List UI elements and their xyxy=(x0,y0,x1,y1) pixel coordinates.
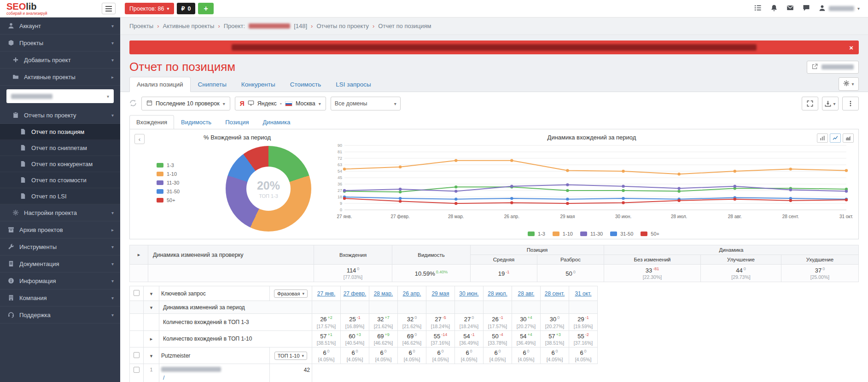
user-menu[interactable]: ▾ xyxy=(819,5,860,13)
sidebar-item[interactable]: Добавить проект▾ xyxy=(0,52,120,69)
breadcrumb-item[interactable]: Активные проекты xyxy=(163,23,215,29)
breadcrumb-item[interactable]: Проект: xyxy=(224,23,245,29)
folder-icon xyxy=(12,74,19,80)
sidebar-item[interactable]: Документация▾ xyxy=(0,255,120,272)
tab[interactable]: Анализ позиций xyxy=(129,77,191,92)
sidebar-item[interactable]: Активные проекты▸ xyxy=(0,69,120,86)
date-column-header[interactable]: 26 апр. xyxy=(398,286,426,301)
mail-button[interactable] xyxy=(786,4,794,13)
keyword-checkbox[interactable] xyxy=(134,352,140,358)
select-all-checkbox[interactable] xyxy=(134,290,140,296)
donut-chart: 20% ТОП 1-3 xyxy=(226,146,311,232)
sidebar-item[interactable]: Отчет по позициям xyxy=(0,124,120,140)
subtab[interactable]: Позиция xyxy=(218,115,256,129)
refresh-button[interactable] xyxy=(129,99,137,108)
date-column-header[interactable]: 29 мая xyxy=(426,286,455,301)
keyword-cell: 60[4.05%] xyxy=(369,347,398,364)
expand-icon[interactable]: ▸ xyxy=(150,336,153,341)
svg-text:36: 36 xyxy=(338,182,342,186)
keyword-cell: 60[4.05%] xyxy=(312,347,341,364)
subtab[interactable]: Вхождения xyxy=(129,115,174,129)
sidebar-item[interactable]: Проекты▾ xyxy=(0,35,120,52)
keyword-cell: 60[4.05%] xyxy=(426,347,455,364)
subtabs-bar: ВхожденияВидимостьПозицияДинамика xyxy=(129,115,859,129)
subtab[interactable]: Динамика xyxy=(256,115,297,129)
report-toolbar: Последние 10 проверок ▾ Я Яндекс - Москв… xyxy=(129,97,859,110)
list-check-button[interactable] xyxy=(754,4,762,13)
match-type-select[interactable]: Фразовая▾ xyxy=(274,289,308,298)
sidebar-item[interactable]: Архив проектов▸ xyxy=(0,221,120,238)
svg-text:54: 54 xyxy=(338,169,342,174)
sidebar-item[interactable]: Отчет по сниппетам xyxy=(0,140,120,156)
sidebar-item[interactable]: Поддержка▾ xyxy=(0,307,120,324)
sidebar-item[interactable]: Информация▾ xyxy=(0,272,120,289)
period-dropdown[interactable]: Последние 10 проверок ▾ xyxy=(141,97,230,110)
keyword-expand-icon[interactable]: ▾ xyxy=(150,353,153,359)
svg-text:31 окт.: 31 окт. xyxy=(839,214,853,219)
sidebar-item[interactable]: Инструменты▾ xyxy=(0,238,120,255)
sidebar-toggle-button[interactable] xyxy=(102,3,116,14)
url-checkbox[interactable] xyxy=(134,367,140,373)
collapse-panel-button[interactable]: ‹ xyxy=(134,134,145,144)
subtab[interactable]: Видимость xyxy=(174,115,218,129)
date-column-header[interactable]: 31 окт. xyxy=(569,286,598,301)
summary-expand-icon[interactable]: ▸ xyxy=(138,252,140,257)
date-column-header[interactable]: 28 авг. xyxy=(512,286,541,301)
bar-chart-view-button[interactable] xyxy=(817,133,828,143)
area-chart-view-button[interactable] xyxy=(843,133,854,143)
collapse-keywords-icon[interactable]: ▾ xyxy=(150,291,153,296)
breadcrumb-item[interactable]: Проекты xyxy=(129,23,153,29)
download-button[interactable]: ▾ xyxy=(822,97,839,110)
tab[interactable]: Сниппеты xyxy=(191,77,234,92)
line-chart-view-button[interactable] xyxy=(830,133,841,143)
sidebar-item[interactable]: Отчет по конкурентам xyxy=(0,156,120,172)
project-link-button[interactable] xyxy=(807,61,859,74)
dots-v-button[interactable] xyxy=(842,97,859,110)
date-column-header[interactable]: 28 мар. xyxy=(369,286,398,301)
visibility-column-header: Видимость xyxy=(392,245,471,265)
date-column-header[interactable]: 30 июн. xyxy=(455,286,484,301)
legend-item: 11-30 xyxy=(580,231,603,237)
legend-swatch xyxy=(553,232,559,236)
collapse-period-icon[interactable]: ▾ xyxy=(150,305,153,310)
chat-button[interactable] xyxy=(803,4,810,13)
logo[interactable]: SEOlib собирай и анализируй xyxy=(6,2,47,16)
sidebar-item[interactable]: Компания▾ xyxy=(0,289,120,307)
project-select[interactable]: ▾ xyxy=(6,89,114,103)
sidebar-item[interactable]: Настройки проекта▾ xyxy=(0,204,120,221)
position-cell: 1 xyxy=(369,364,398,382)
date-column-header[interactable]: 28 сент. xyxy=(541,286,569,301)
avg-column-header: Средняя xyxy=(471,255,537,265)
tab[interactable]: LSI запросы xyxy=(328,77,379,92)
summary-value-visibility: 10.59%0.40% xyxy=(392,265,471,282)
period-dynamics-row: ▾Динамика изменений за период xyxy=(130,301,598,314)
bell-button[interactable] xyxy=(770,4,778,13)
balance-button[interactable]: ₽0 xyxy=(177,3,196,14)
close-icon[interactable]: × xyxy=(849,44,853,51)
keyword-cell: 60[4.05%] xyxy=(541,347,569,364)
domains-select[interactable]: Все домены ▾ xyxy=(331,97,401,110)
tab[interactable]: Конкуренты xyxy=(234,77,283,92)
keyword-name[interactable]: Putzmeister xyxy=(159,347,270,364)
search-engine-dropdown[interactable]: Я Яндекс - Москва ▾ xyxy=(235,97,326,110)
sidebar-item[interactable]: Отчет по LSI xyxy=(0,188,120,204)
position-cell: 1 xyxy=(398,364,426,382)
report-settings-button[interactable]: ▾ xyxy=(839,77,859,91)
add-project-button[interactable]: + xyxy=(198,3,213,14)
url-path[interactable]: / xyxy=(161,375,268,381)
date-column-header[interactable]: 28 июл. xyxy=(484,286,512,301)
sidebar-item[interactable]: Отчет по стоимости xyxy=(0,172,120,188)
date-column-header[interactable]: 27 янв. xyxy=(312,286,341,301)
top-select[interactable]: ТОП 1-10▾ xyxy=(274,352,307,360)
expand-button[interactable] xyxy=(802,97,818,110)
keyword-cell: 60[4.05%] xyxy=(455,347,484,364)
entries-column-header: Вхождения xyxy=(314,245,392,265)
legend-item: 50+ xyxy=(641,231,659,237)
breadcrumb-item[interactable]: Отчеты по проекту xyxy=(316,23,369,29)
date-column-header[interactable]: 27 февр. xyxy=(341,286,369,301)
projects-dropdown-button[interactable]: Проектов: 86▾ xyxy=(125,3,174,14)
tab[interactable]: Стоимость xyxy=(283,77,329,92)
sidebar-item[interactable]: Аккаунт▾ xyxy=(0,17,120,35)
sidebar-item[interactable]: Отчеты по проекту▾ xyxy=(0,107,120,124)
chevron-right-icon: ▸ xyxy=(111,227,114,232)
